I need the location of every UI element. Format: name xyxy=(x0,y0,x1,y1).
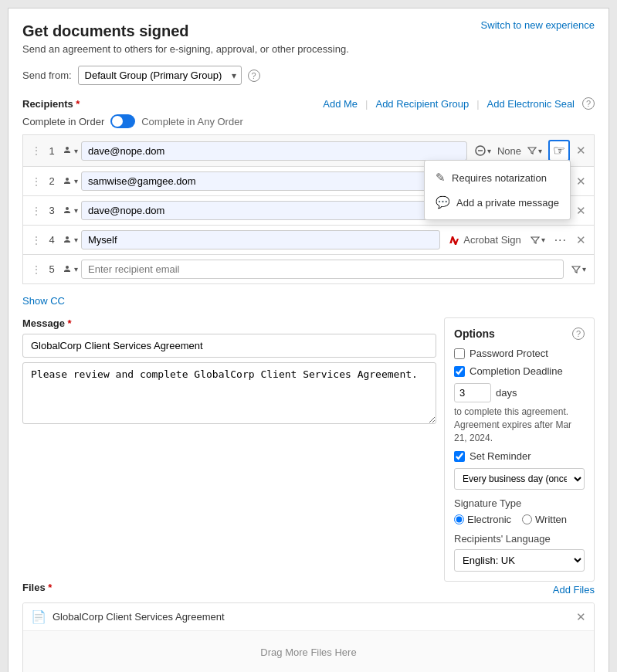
recipient-row: ⋮ 1 ▾ ▾ None ▾ ☞ ✕ xyxy=(22,134,595,166)
signer-type-chevron-1: ▾ xyxy=(74,147,78,155)
add-recipient-group-link[interactable]: Add Recipient Group xyxy=(375,98,469,110)
signer-type-btn-4[interactable]: ▾ xyxy=(59,233,81,247)
row-num-1: 1 xyxy=(45,145,59,157)
page-subtitle: Send an agreement to others for e-signin… xyxy=(22,43,595,55)
file-icon: 📄 xyxy=(31,609,46,624)
electronic-radio[interactable] xyxy=(454,514,464,524)
reminder-select[interactable]: Every business day (once after xyxy=(454,468,585,490)
add-me-link[interactable]: Add Me xyxy=(323,98,358,110)
message-options-container: Message * Please review and complete Glo… xyxy=(22,317,595,582)
password-protect-label: Password Protect xyxy=(470,348,548,359)
options-title: Options xyxy=(454,328,495,340)
acrobat-sign-btn-4[interactable]: Acrobat Sign xyxy=(445,232,524,247)
signer-type-btn-5[interactable]: ▾ xyxy=(59,263,81,277)
email-input-4[interactable] xyxy=(81,230,440,249)
drag-handle-5[interactable]: ⋮ xyxy=(28,263,45,276)
signature-type-section: Signature Type Electronic Written xyxy=(454,497,585,525)
popup-menu-1: ✎ Requires notarization 💬 Add a private … xyxy=(424,160,571,220)
toggle-knob xyxy=(112,116,123,127)
recipient-row: ⋮ 5 ▾ ▾ xyxy=(22,254,595,284)
filter-btn-5[interactable]: ▾ xyxy=(568,263,589,276)
options-panel: Options ? Password Protect Completion De… xyxy=(444,317,595,582)
signature-type-label: Signature Type xyxy=(454,497,585,509)
message-subject-input[interactable] xyxy=(22,334,436,358)
row-actions-1: ▾ None ▾ ☞ ✕ xyxy=(472,140,589,161)
more-options-btn-1[interactable]: ☞ xyxy=(548,140,570,161)
more-options-btn-4[interactable]: ··· xyxy=(551,232,570,249)
popup-item-private-message[interactable]: 💬 Add a private message xyxy=(425,190,570,215)
row-actions-4: Acrobat Sign ▾ ··· ✕ xyxy=(445,232,589,249)
filter-btn-4[interactable]: ▾ xyxy=(527,234,548,246)
row-num-2: 2 xyxy=(45,175,59,187)
electronic-radio-label[interactable]: Electronic xyxy=(454,514,511,525)
page-container: Switch to new experience Get documents s… xyxy=(8,8,609,672)
filter-icon-1 xyxy=(527,146,537,155)
complete-in-order-toggle[interactable] xyxy=(110,114,135,128)
email-input-5[interactable] xyxy=(81,260,564,279)
no-sign-btn-1[interactable]: ▾ xyxy=(472,144,494,158)
add-electronic-seal-link[interactable]: Add Electronic Seal xyxy=(487,98,575,110)
completion-deadline-checkbox[interactable] xyxy=(454,366,465,377)
signer-icon-2 xyxy=(62,176,73,187)
send-from-select-wrapper[interactable]: Default Group (Primary Group) xyxy=(78,66,242,85)
none-label-1: None xyxy=(497,145,521,157)
options-help-icon[interactable]: ? xyxy=(572,328,585,340)
message-label: Message * xyxy=(22,317,436,329)
deadline-note: to complete this agreement. Agreement ex… xyxy=(454,406,585,444)
signer-icon-3 xyxy=(62,205,73,216)
remove-recipient-btn-3[interactable]: ✕ xyxy=(573,202,589,219)
email-input-2[interactable] xyxy=(81,171,470,191)
signer-type-chevron-2: ▾ xyxy=(74,177,78,185)
written-radio-label[interactable]: Written xyxy=(522,514,567,525)
files-section: Files * Add Files 📄 GlobalCorp Client Se… xyxy=(22,582,595,672)
send-from-help-icon[interactable]: ? xyxy=(248,70,260,82)
password-protect-checkbox[interactable] xyxy=(454,348,465,359)
written-label: Written xyxy=(535,514,567,525)
deadline-days-label: days xyxy=(496,387,517,399)
row-actions-5: ▾ xyxy=(568,263,589,276)
file-remove-btn[interactable]: ✕ xyxy=(576,610,586,624)
email-input-1[interactable] xyxy=(81,141,467,161)
signer-icon-4 xyxy=(62,235,73,246)
acrobat-icon-4 xyxy=(448,235,460,246)
signer-type-btn-3[interactable]: ▾ xyxy=(59,204,81,218)
drag-handle-3[interactable]: ⋮ xyxy=(28,205,45,217)
notarization-icon: ✎ xyxy=(436,171,446,185)
switch-experience-link[interactable]: Switch to new experience xyxy=(481,19,595,31)
drag-handle-2[interactable]: ⋮ xyxy=(28,175,45,188)
file-row: 📄 GlobalCorp Client Services Agreement ✕ xyxy=(23,603,594,631)
email-input-3[interactable] xyxy=(81,201,470,220)
send-from-row: Send from: Default Group (Primary Group)… xyxy=(22,66,595,85)
complete-in-order-label: Complete in Order xyxy=(22,116,104,127)
row-num-5: 5 xyxy=(45,263,59,275)
no-sign-icon-1 xyxy=(475,145,486,156)
show-cc-link[interactable]: Show CC xyxy=(22,295,65,307)
row-num-3: 3 xyxy=(45,205,59,216)
written-radio[interactable] xyxy=(522,514,532,524)
drag-handle-4[interactable]: ⋮ xyxy=(28,234,45,246)
filter-icon-4 xyxy=(531,236,540,245)
popup-item-notarization[interactable]: ✎ Requires notarization xyxy=(425,165,570,190)
password-protect-row: Password Protect xyxy=(454,348,585,359)
files-header: Files * Add Files xyxy=(22,582,595,598)
recipients-help-icon[interactable]: ? xyxy=(582,97,595,110)
remove-recipient-btn-2[interactable]: ✕ xyxy=(573,173,589,190)
signer-type-btn-1[interactable]: ▾ xyxy=(59,144,81,158)
message-left: Message * Please review and complete Glo… xyxy=(22,317,436,582)
deadline-value-input[interactable] xyxy=(454,383,491,402)
add-files-link[interactable]: Add Files xyxy=(553,584,595,596)
drag-handle-1[interactable]: ⋮ xyxy=(28,144,45,157)
language-select[interactable]: English: UK xyxy=(454,549,585,572)
recipients-section: Recipients * Add Me | Add Recipient Grou… xyxy=(22,97,595,284)
filter-btn-1[interactable]: ▾ xyxy=(524,144,545,157)
completion-deadline-row: Completion Deadline xyxy=(454,365,585,377)
send-from-select[interactable]: Default Group (Primary Group) xyxy=(78,66,242,85)
set-reminder-checkbox[interactable] xyxy=(454,451,465,462)
recipients-title: Recipients * xyxy=(22,98,80,110)
message-body-input[interactable]: Please review and complete GlobalCorp Cl… xyxy=(22,362,436,424)
signer-type-chevron-5: ▾ xyxy=(74,265,78,273)
signer-type-btn-2[interactable]: ▾ xyxy=(59,175,81,188)
drag-area[interactable]: Drag More Files Here xyxy=(23,631,594,672)
remove-recipient-btn-4[interactable]: ✕ xyxy=(573,232,589,249)
remove-recipient-btn-1[interactable]: ✕ xyxy=(573,142,589,159)
